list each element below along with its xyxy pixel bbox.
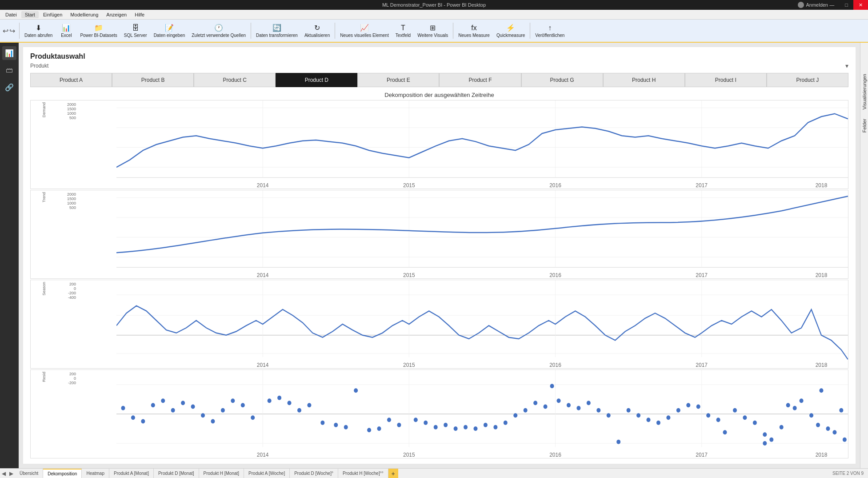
user-area: Anmelden [798,2,828,8]
menu-hilfe[interactable]: Hilfe [131,11,148,18]
svg-point-117 [780,425,784,430]
svg-point-120 [793,406,797,410]
svg-rect-15 [116,190,848,278]
excel-button[interactable]: 📊 Excel [56,21,76,40]
product-tab-product-c[interactable]: Product C [194,73,276,87]
daten-eingeben-button[interactable]: 📝 Daten eingeben [151,21,188,40]
svg-text:2015: 2015 [403,451,415,458]
zuletzt-quellen-button[interactable]: 🕐 Zuletzt verwendete Quellen [189,21,248,40]
veroeffentlichen-icon: ↑ [548,24,552,32]
tab-produkt-a-woche[interactable]: Produkt A [Woche] [244,469,290,478]
product-tab-product-f[interactable]: Product F [439,73,521,87]
svg-point-99 [607,413,611,418]
svg-point-124 [820,388,824,393]
svg-point-88 [504,421,508,425]
trend-yaxis: 200015001000500 [56,190,78,218]
menu-start[interactable]: Start [21,11,39,18]
product-tab-product-e[interactable]: Product E [357,73,439,87]
produktauswahl-header: Produktauswahl [30,52,848,60]
svg-point-111 [723,430,727,434]
product-tab-product-h[interactable]: Product H [603,73,685,87]
neues-measure-button[interactable]: fx Neues Measure [456,21,492,40]
resid-chart-svg: 2014 2015 2016 2017 2018 [116,370,848,458]
add-tab-button[interactable]: + [388,469,398,478]
svg-rect-0 [116,100,848,189]
svg-point-74 [354,388,358,393]
daten-abrufen-button[interactable]: ⬇ Daten abrufen [22,21,55,40]
model-view-icon[interactable]: 🔗 [2,80,16,94]
svg-point-102 [636,413,640,418]
aktualisieren-button[interactable]: ↻ Aktualisieren [302,21,332,40]
nav-next-button[interactable]: ▶ [8,470,15,477]
tab-produkt-h-woche[interactable]: Produkt H [Woche]°° [338,469,388,478]
sql-server-button[interactable]: 🗄 SQL Server [121,21,150,40]
svg-text:2015: 2015 [403,272,415,278]
svg-text:2016: 2016 [549,182,561,189]
data-view-icon[interactable]: 🗃 [2,64,16,77]
svg-point-94 [557,398,561,403]
product-tab-product-b[interactable]: Product B [112,73,194,87]
season-chart-row: Season 2000-200-400 [30,280,848,369]
neues-visuelles-button[interactable]: 📈 Neues visuelles Element [337,21,392,40]
undo-button[interactable]: ↩ [3,27,8,35]
report-view-icon[interactable]: 📊 [2,46,16,60]
svg-point-101 [627,408,631,413]
ribbon-sep-5 [530,23,530,39]
fields-panel-label[interactable]: Felder [861,114,868,137]
power-bi-datasets-button[interactable]: 📁 Power BI-Datasets [77,21,120,40]
svg-point-106 [676,408,680,413]
product-tab-product-g[interactable]: Product G [521,73,603,87]
svg-point-79 [414,418,418,422]
canvas-area: Produktauswahl Produkt ▾ Product AProduc… [19,43,860,468]
svg-point-122 [809,413,813,418]
menu-einfuegen[interactable]: Einfügen [40,11,66,18]
nav-prev-button[interactable]: ◀ [0,470,8,477]
daten-transformieren-label: Daten transformieren [256,33,298,38]
tab-produkt-d-woche[interactable]: Produkt D [Woche]° [290,469,338,478]
redo-button[interactable]: ↪ [9,27,15,35]
product-tab-product-i[interactable]: Product I [685,73,767,87]
daten-transformieren-button[interactable]: 🔄 Daten transformieren [253,21,300,40]
tab-produkt-d-monat[interactable]: Produkt D [Monat] [154,469,199,478]
chart-section-title: Dekomposition der ausgewählten Zeitreihe [30,92,848,98]
weitere-visuals-button[interactable]: ⊞ Weitere Visuals [415,21,451,40]
textfeld-button[interactable]: T Textfeld [393,21,413,40]
ribbon-sep-4 [453,23,453,39]
demand-chart-svg: 2014 2015 2016 2017 2018 [116,100,848,189]
svg-point-61 [211,419,215,424]
bottom-tabs: ◀ ▶ Übersicht Dekomposition Heatmap Prod… [0,468,868,478]
product-tabs: Product AProduct BProduct CProduct DProd… [30,73,848,87]
demand-chart-row: Demand 200015001000500 [30,100,848,189]
season-chart-body: 2014 2015 2016 2017 2018 [116,280,848,368]
tab-ubersicht[interactable]: Übersicht [15,469,43,478]
product-tab-product-j[interactable]: Product J [767,73,848,87]
svg-text:2018: 2018 [816,272,828,278]
product-tab-product-a[interactable]: Product A [30,73,112,87]
svg-point-71 [320,421,324,425]
main-layout: 📊 🗃 🔗 Produktauswahl Produkt ▾ Product A… [0,43,868,468]
tab-dekomposition[interactable]: Dekomposition [43,469,82,478]
product-tab-product-d[interactable]: Product D [276,73,357,87]
svg-text:2017: 2017 [696,272,708,278]
tab-produkt-a-monat[interactable]: Produkt A [Monat] [109,469,154,478]
quickmeasure-button[interactable]: ⚡ Quickmeasure [494,21,528,40]
menu-modellierung[interactable]: Modellierung [67,11,102,18]
veroeffentlichen-button[interactable]: ↑ Veröffentlichen [532,21,567,40]
svg-point-127 [840,408,844,413]
svg-point-108 [696,405,700,409]
tab-produkt-h-monat[interactable]: Produkt H [Monat] [199,469,244,478]
minimize-button[interactable]: — [824,0,840,10]
menu-datei[interactable]: Datei [2,11,20,18]
svg-point-103 [647,418,651,422]
close-button[interactable]: ✕ [853,0,868,10]
menu-anzeigen[interactable]: Anzeigen [103,11,130,18]
produkt-dropdown-arrow[interactable]: ▾ [845,62,848,69]
ribbon-sep-2 [251,23,251,39]
maximize-button[interactable]: □ [840,0,853,10]
app-title: ML Demonstrator_Power BI - Power BI Desk… [382,2,486,8]
tab-heatmap[interactable]: Heatmap [82,469,109,478]
svg-text:2018: 2018 [816,362,828,368]
svg-point-89 [513,413,517,418]
visualizations-panel-label[interactable]: Visualisierungen [861,69,868,114]
season-ylabel: Season [40,282,48,296]
